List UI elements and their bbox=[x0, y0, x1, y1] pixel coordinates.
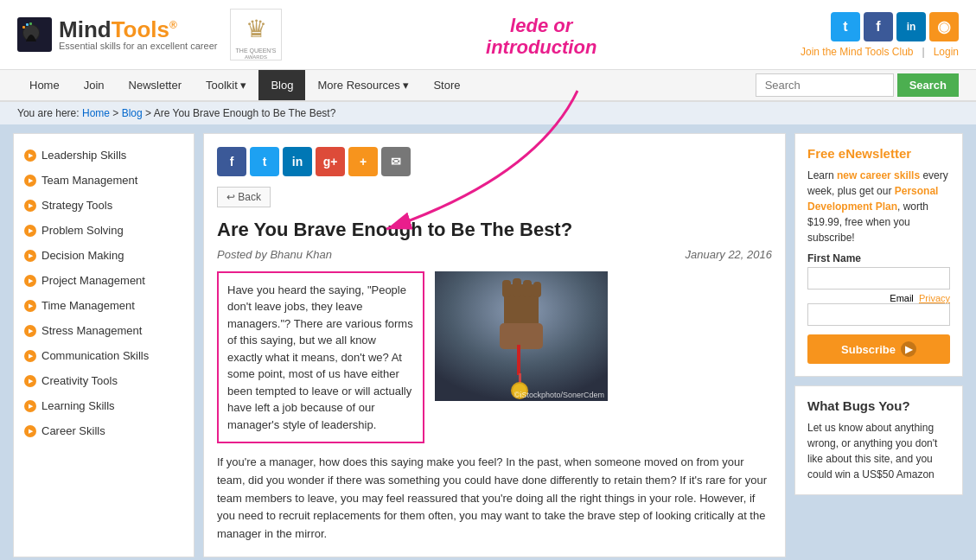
privacy-link[interactable]: Privacy bbox=[919, 293, 950, 303]
sidebar-item-strategy-tools[interactable]: Strategy Tools bbox=[14, 193, 194, 218]
logo-subtitle: Essential skills for an excellent career bbox=[59, 41, 217, 51]
rss-icon[interactable]: ◉ bbox=[929, 12, 959, 41]
subscribe-arrow-icon: ▶ bbox=[901, 341, 916, 357]
nav-more-resources[interactable]: More Resources ▾ bbox=[305, 70, 421, 100]
nav-blog[interactable]: Blog bbox=[258, 70, 305, 100]
sidebar-bullet bbox=[24, 175, 36, 187]
join-club-link[interactable]: Join the Mind Tools Club bbox=[801, 46, 914, 58]
left-sidebar: Leadership Skills Team Management Strate… bbox=[13, 133, 195, 557]
header-sep: | bbox=[922, 46, 925, 58]
email-input[interactable] bbox=[807, 303, 950, 326]
header-right: t f in ◉ Join the Mind Tools Club | Logi… bbox=[801, 12, 959, 58]
sidebar-label: Team Management bbox=[41, 174, 137, 187]
sidebar-item-leadership-skills[interactable]: Leadership Skills bbox=[14, 143, 194, 168]
nav-search: Search bbox=[756, 73, 959, 97]
sidebar-bullet bbox=[24, 200, 36, 212]
annotation-container: lede or introduction bbox=[486, 16, 596, 57]
twitter-icon[interactable]: t bbox=[831, 12, 860, 41]
svg-rect-17 bbox=[533, 282, 541, 297]
sidebar-bullet bbox=[24, 275, 36, 287]
sidebar-label: Career Skills bbox=[41, 424, 105, 437]
facebook-icon[interactable]: f bbox=[864, 12, 893, 41]
svg-rect-18 bbox=[517, 345, 520, 375]
svg-rect-13 bbox=[500, 323, 543, 349]
svg-rect-14 bbox=[502, 280, 511, 297]
sidebar-item-learning-skills[interactable]: Learning Skills bbox=[14, 393, 194, 418]
article-image: ©iStockphoto/SonerCdem bbox=[435, 271, 608, 401]
article-body-top: Have you heard the saying, "People don't… bbox=[217, 271, 772, 444]
sidebar-item-creativity-tools[interactable]: Creativity Tools bbox=[14, 368, 194, 393]
main-content: f t in g+ + ✉ ↩ Back Are You Brave Enoug… bbox=[203, 133, 786, 557]
logo-area: MindTools® Essential skills for an excel… bbox=[17, 9, 282, 60]
header: MindTools® Essential skills for an excel… bbox=[0, 0, 976, 70]
sidebar-item-stress-management[interactable]: Stress Management bbox=[14, 318, 194, 343]
intro-box: Have you heard the saying, "People don't… bbox=[217, 271, 424, 444]
firstname-label: First Name bbox=[807, 252, 950, 264]
nav-store[interactable]: Store bbox=[421, 70, 472, 100]
svg-rect-3 bbox=[22, 26, 25, 29]
sidebar-bullet bbox=[24, 225, 36, 237]
share-google-plus[interactable]: g+ bbox=[316, 147, 345, 176]
sidebar-item-decision-making[interactable]: Decision Making bbox=[14, 243, 194, 268]
nav-newsletter[interactable]: Newsletter bbox=[117, 70, 194, 100]
sidebar-item-time-management[interactable]: Time Management bbox=[14, 293, 194, 318]
share-row: f t in g+ + ✉ bbox=[217, 147, 772, 176]
back-button[interactable]: ↩ Back bbox=[217, 187, 271, 207]
sidebar-bullet bbox=[24, 150, 36, 162]
newsletter-highlight1: new career skills bbox=[837, 169, 920, 181]
sidebar-bullet bbox=[24, 400, 36, 412]
login-link[interactable]: Login bbox=[934, 46, 959, 58]
search-input[interactable] bbox=[756, 73, 894, 97]
bugs-title: What Bugs You? bbox=[807, 398, 950, 413]
article-body-text: If you're a manager, how does this sayin… bbox=[217, 454, 772, 544]
sidebar-label: Strategy Tools bbox=[41, 199, 112, 212]
queen-award-logo: ♛ THE QUEEN'S AWARDS bbox=[230, 9, 282, 60]
sidebar-label: Creativity Tools bbox=[41, 374, 118, 387]
share-twitter[interactable]: t bbox=[250, 147, 279, 176]
sidebar-item-problem-solving[interactable]: Problem Solving bbox=[14, 218, 194, 243]
sidebar-item-project-management[interactable]: Project Management bbox=[14, 268, 194, 293]
search-button[interactable]: Search bbox=[897, 73, 959, 97]
breadcrumb-blog[interactable]: Blog bbox=[122, 107, 143, 119]
nav-toolkit[interactable]: Toolkit ▾ bbox=[194, 70, 258, 100]
bugs-text: Let us know about anything wrong, or any… bbox=[807, 420, 950, 482]
sidebar-item-career-skills[interactable]: Career Skills bbox=[14, 418, 194, 443]
sidebar-bullet bbox=[24, 325, 36, 337]
right-sidebar: Free eNewsletter Learn new career skills… bbox=[794, 133, 963, 557]
sidebar-label: Communication Skills bbox=[41, 349, 149, 362]
firstname-input[interactable] bbox=[807, 267, 950, 290]
sidebar-label: Stress Management bbox=[41, 324, 142, 337]
share-email[interactable]: ✉ bbox=[381, 147, 411, 176]
breadcrumb-label: You are here: bbox=[17, 107, 80, 119]
breadcrumb-home[interactable]: Home bbox=[82, 107, 110, 119]
breadcrumb: You are here: Home > Blog > Are You Brav… bbox=[0, 102, 976, 124]
breadcrumb-current: Are You Brave Enough to Be The Best? bbox=[154, 107, 336, 119]
sidebar-bullet bbox=[24, 300, 36, 312]
sidebar-bullet bbox=[24, 350, 36, 362]
linkedin-icon[interactable]: in bbox=[896, 12, 926, 41]
subscribe-button[interactable]: Subscribe ▶ bbox=[807, 334, 950, 364]
article-author: Posted by Bhanu Khan bbox=[217, 248, 332, 261]
share-facebook[interactable]: f bbox=[217, 147, 246, 176]
svg-rect-4 bbox=[26, 23, 29, 26]
svg-rect-16 bbox=[523, 280, 532, 297]
article-title: Are You Brave Enough to Be The Best? bbox=[217, 218, 772, 243]
share-more[interactable]: + bbox=[348, 147, 378, 176]
image-caption: ©iStockphoto/SonerCdem bbox=[514, 391, 604, 399]
sidebar-bullet bbox=[24, 375, 36, 387]
sidebar-label: Decision Making bbox=[41, 249, 124, 262]
sidebar-label: Problem Solving bbox=[41, 224, 124, 237]
newsletter-box: Free eNewsletter Learn new career skills… bbox=[794, 133, 963, 377]
nav-home[interactable]: Home bbox=[17, 70, 72, 100]
logo-icon bbox=[17, 17, 52, 52]
social-icons: t f in ◉ bbox=[831, 12, 959, 41]
svg-text:THE QUEEN'S: THE QUEEN'S bbox=[236, 48, 277, 54]
share-linkedin[interactable]: in bbox=[283, 147, 312, 176]
sidebar-item-team-management[interactable]: Team Management bbox=[14, 168, 194, 193]
sidebar-bullet bbox=[24, 250, 36, 262]
article-meta: Posted by Bhanu Khan January 22, 2016 bbox=[217, 248, 772, 261]
annotation-line2: introduction bbox=[486, 37, 596, 58]
logo-mind: Mind bbox=[59, 16, 112, 42]
nav-join[interactable]: Join bbox=[72, 70, 117, 100]
sidebar-item-communication-skills[interactable]: Communication Skills bbox=[14, 343, 194, 368]
